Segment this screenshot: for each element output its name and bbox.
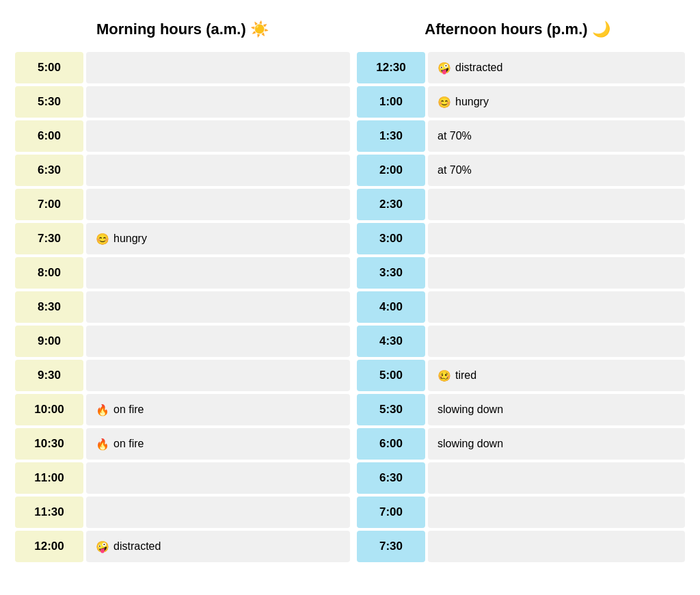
morning-time-cell: 9:00 bbox=[15, 326, 83, 357]
afternoon-time-cell: 12:30 bbox=[357, 52, 425, 83]
morning-time-cell: 7:00 bbox=[15, 189, 83, 220]
morning-note-cell bbox=[86, 462, 350, 494]
morning-note-cell bbox=[86, 326, 350, 357]
afternoon-row: 2:00at 70% bbox=[357, 155, 685, 186]
afternoon-time-cell: 6:30 bbox=[357, 462, 425, 494]
afternoon-row: 3:00 bbox=[357, 223, 685, 254]
emoji-icon: 🤪 bbox=[96, 540, 109, 553]
afternoon-row: 5:30slowing down bbox=[357, 394, 685, 425]
morning-time-cell: 11:00 bbox=[15, 462, 83, 494]
afternoon-note-cell bbox=[428, 223, 685, 254]
morning-time-cell: 12:00 bbox=[15, 531, 83, 562]
morning-time-cell: 11:30 bbox=[15, 497, 83, 528]
note-text: tired bbox=[455, 369, 476, 382]
afternoon-note-cell bbox=[428, 497, 685, 528]
afternoon-row: 6:00slowing down bbox=[357, 428, 685, 460]
morning-row: 6:00 bbox=[15, 120, 350, 152]
afternoon-row: 1:30at 70% bbox=[357, 120, 685, 152]
note-text: slowing down bbox=[438, 438, 503, 450]
afternoon-time-cell: 6:00 bbox=[357, 428, 425, 460]
morning-note-cell: 😊hungry bbox=[86, 223, 350, 254]
morning-row: 11:00 bbox=[15, 462, 350, 494]
morning-row: 5:30 bbox=[15, 86, 350, 118]
note-text: at 70% bbox=[438, 164, 472, 176]
morning-row: 12:00🤪distracted bbox=[15, 531, 350, 562]
afternoon-row: 12:30🤪distracted bbox=[357, 52, 685, 83]
afternoon-time-cell: 4:00 bbox=[357, 291, 425, 323]
afternoon-row: 2:30 bbox=[357, 189, 685, 220]
morning-time-cell: 5:30 bbox=[15, 86, 83, 118]
afternoon-header: Afternoon hours (p.m.) 🌙 bbox=[350, 14, 685, 45]
afternoon-time-cell: 1:00 bbox=[357, 86, 425, 118]
morning-column: 5:005:306:006:307:007:30😊hungry8:008:309… bbox=[15, 52, 350, 562]
morning-row: 8:00 bbox=[15, 257, 350, 289]
morning-note-cell: 🔥on fire bbox=[86, 428, 350, 460]
morning-row: 11:30 bbox=[15, 497, 350, 528]
afternoon-note-cell bbox=[428, 189, 685, 220]
morning-row: 9:30 bbox=[15, 360, 350, 391]
afternoon-time-cell: 7:00 bbox=[357, 497, 425, 528]
afternoon-time-cell: 7:30 bbox=[357, 531, 425, 562]
afternoon-note-cell: at 70% bbox=[428, 120, 685, 152]
afternoon-row: 1:00😊hungry bbox=[357, 86, 685, 118]
afternoon-row: 5:00🥴tired bbox=[357, 360, 685, 391]
morning-note-cell bbox=[86, 257, 350, 289]
note-text: distracted bbox=[455, 62, 502, 74]
afternoon-note-cell: at 70% bbox=[428, 155, 685, 186]
morning-row: 10:00🔥on fire bbox=[15, 394, 350, 425]
morning-time-cell: 8:30 bbox=[15, 291, 83, 323]
note-text: hungry bbox=[113, 233, 147, 245]
note-text: on fire bbox=[113, 404, 144, 416]
morning-time-cell: 8:00 bbox=[15, 257, 83, 289]
emoji-icon: 😊 bbox=[96, 233, 109, 246]
afternoon-row: 4:00 bbox=[357, 291, 685, 323]
column-headers: Morning hours (a.m.) ☀️ Afternoon hours … bbox=[15, 14, 685, 45]
morning-note-cell bbox=[86, 52, 350, 83]
afternoon-note-cell: slowing down bbox=[428, 428, 685, 460]
morning-note-cell bbox=[86, 86, 350, 118]
afternoon-note-cell: slowing down bbox=[428, 394, 685, 425]
morning-note-cell bbox=[86, 360, 350, 391]
morning-time-cell: 6:00 bbox=[15, 120, 83, 152]
main-container: Morning hours (a.m.) ☀️ Afternoon hours … bbox=[15, 14, 685, 562]
afternoon-row: 7:00 bbox=[357, 497, 685, 528]
afternoon-note-cell: 😊hungry bbox=[428, 86, 685, 118]
afternoon-row: 4:30 bbox=[357, 326, 685, 357]
morning-note-cell bbox=[86, 155, 350, 186]
morning-header: Morning hours (a.m.) ☀️ bbox=[15, 14, 350, 45]
emoji-icon: 🔥 bbox=[96, 438, 109, 451]
afternoon-row: 7:30 bbox=[357, 531, 685, 562]
afternoon-note-cell: 🤪distracted bbox=[428, 52, 685, 83]
afternoon-time-cell: 5:30 bbox=[357, 394, 425, 425]
emoji-icon: 🔥 bbox=[96, 404, 109, 416]
morning-row: 9:00 bbox=[15, 326, 350, 357]
morning-note-cell bbox=[86, 120, 350, 152]
morning-note-cell: 🤪distracted bbox=[86, 531, 350, 562]
note-text: distracted bbox=[113, 540, 161, 553]
morning-note-cell bbox=[86, 189, 350, 220]
note-text: on fire bbox=[113, 438, 144, 450]
morning-note-cell bbox=[86, 291, 350, 323]
emoji-icon: 😊 bbox=[438, 96, 451, 109]
afternoon-row: 3:30 bbox=[357, 257, 685, 289]
afternoon-row: 6:30 bbox=[357, 462, 685, 494]
note-text: slowing down bbox=[438, 404, 503, 416]
emoji-icon: 🤪 bbox=[438, 62, 451, 75]
afternoon-time-cell: 5:00 bbox=[357, 360, 425, 391]
afternoon-note-cell: 🥴tired bbox=[428, 360, 685, 391]
afternoon-time-cell: 3:00 bbox=[357, 223, 425, 254]
morning-row: 6:30 bbox=[15, 155, 350, 186]
morning-note-cell: 🔥on fire bbox=[86, 394, 350, 425]
afternoon-note-cell bbox=[428, 326, 685, 357]
afternoon-column: 12:30🤪distracted1:00😊hungry1:30at 70%2:0… bbox=[350, 52, 685, 562]
afternoon-note-cell bbox=[428, 462, 685, 494]
morning-row: 7:00 bbox=[15, 189, 350, 220]
morning-row: 10:30🔥on fire bbox=[15, 428, 350, 460]
morning-note-cell bbox=[86, 497, 350, 528]
morning-row: 8:30 bbox=[15, 291, 350, 323]
afternoon-time-cell: 4:30 bbox=[357, 326, 425, 357]
note-text: hungry bbox=[455, 96, 489, 108]
morning-time-cell: 9:30 bbox=[15, 360, 83, 391]
schedule-grid: 5:005:306:006:307:007:30😊hungry8:008:309… bbox=[15, 52, 685, 562]
morning-time-cell: 7:30 bbox=[15, 223, 83, 254]
